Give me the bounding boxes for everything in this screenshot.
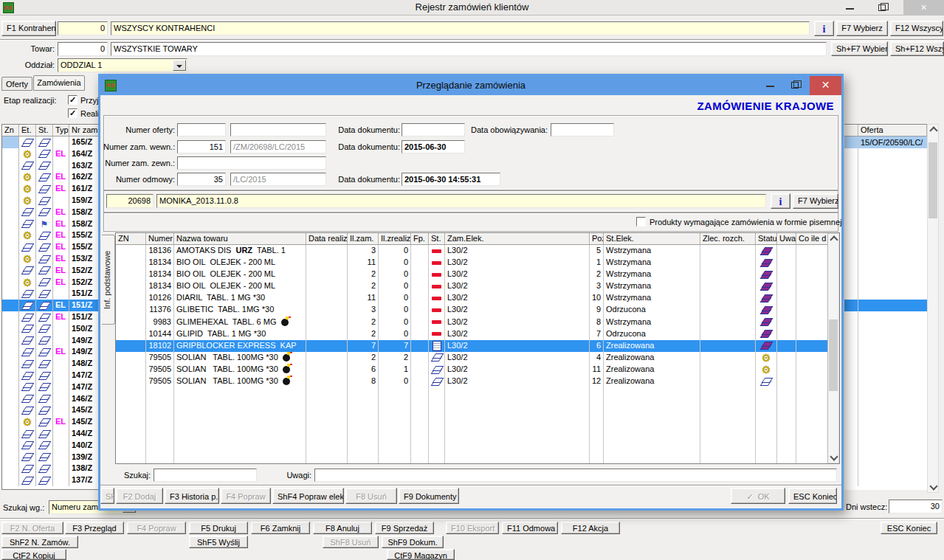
offer-row[interactable] [844, 416, 927, 428]
shf12-wszyst-button[interactable]: Sh+F12 Wszyst [890, 41, 944, 56]
offer-row[interactable] [844, 277, 927, 288]
bottom-button-ctf2-kopiuj[interactable]: CtF2 Kopiuj [1, 549, 66, 560]
offer-row[interactable] [844, 241, 927, 253]
order-row[interactable]: ⚙EL161/Z [2, 183, 105, 195]
f2-dodaj-button[interactable]: F2 Dodaj [116, 488, 163, 504]
bottom-button-shf2-n-zam-w-[interactable]: ShF2 N. Zamów. [1, 536, 78, 548]
bottom-button-f5-drukuj[interactable]: F5 Drukuj [189, 522, 248, 534]
ok-button[interactable]: ✓OK [731, 488, 785, 504]
offer-row[interactable] [844, 195, 927, 207]
data-dokumentu-field-1[interactable] [402, 123, 465, 136]
dialog-uwagi-field[interactable] [314, 469, 837, 482]
f4-popraw-button[interactable]: F4 Popraw [221, 488, 271, 504]
offer-row[interactable]: 15/OF/20590/LC/ [844, 136, 927, 148]
order-row[interactable]: EL151/Z [2, 300, 105, 311]
bottom-button-f10-eksport[interactable]: F10 Eksport [446, 522, 499, 534]
order-row[interactable]: EL158/Z [2, 207, 105, 218]
f7-wybierz-button[interactable]: F7 Wybierz [836, 21, 888, 36]
order-row[interactable]: EL149/Z [2, 346, 105, 358]
towar-name-field[interactable]: WSZYSTKIE TOWARY [111, 42, 827, 56]
items-column-header[interactable]: Nazwa towaru [174, 233, 306, 245]
dialog-szukaj-field[interactable] [154, 469, 257, 482]
shf4-popraw-elek-button[interactable]: ShF4 Popraw elek. [272, 488, 344, 504]
item-row[interactable]: 79505SOLIAN TABL. 100MG *30 22L30/24Zrea… [116, 352, 839, 364]
order-row[interactable]: 148/Z [2, 358, 105, 370]
order-row[interactable]: 149/Z [2, 335, 105, 347]
items-column-header[interactable]: Zlec. rozch. [700, 233, 756, 245]
order-row[interactable]: ⚑EL158/Z [2, 218, 105, 230]
numer-zam-wewn-code-field[interactable]: 151 [177, 140, 226, 153]
order-row[interactable]: ⚙EL155/Z [2, 229, 105, 241]
items-table-scrollbar[interactable] [827, 233, 839, 463]
numer-odmowy-text-field[interactable]: /LC/2015 [230, 173, 326, 186]
offer-row[interactable] [844, 300, 927, 311]
sh-partial-button[interactable]: SH [100, 488, 114, 504]
bottom-button-f2-n-oferta[interactable]: F2 N. Oferta [1, 522, 63, 534]
item-row[interactable]: 18134BIO OIL OLEJEK - 200 ML110L30/21Wst… [116, 257, 839, 269]
order-row[interactable]: 147/Z [2, 370, 105, 381]
f8-usun-button[interactable]: F8 Usuń [345, 488, 397, 504]
items-column-header[interactable]: ZN [116, 233, 146, 245]
items-column-header[interactable]: Numer [146, 233, 174, 245]
oddzial-combobox[interactable]: ODDZIAL 1 [58, 58, 187, 72]
f9-dokumenty-button[interactable]: F9 Dokumenty [399, 488, 459, 504]
order-row[interactable]: 140/Z [2, 440, 105, 452]
offer-row[interactable] [844, 393, 927, 405]
offer-row[interactable] [844, 440, 927, 452]
item-row[interactable]: 18136AMOTAKS DIS URZ TABL. 130L30/25Wstr… [116, 245, 839, 257]
numer-zam-wewn-text-field[interactable]: /ZM/20698/LC/2015 [230, 140, 326, 153]
offer-row[interactable] [844, 428, 927, 440]
order-row[interactable]: 147/Z [2, 381, 105, 393]
items-column-header[interactable]: Poz [590, 233, 604, 245]
order-row[interactable]: 138/Z [2, 463, 105, 474]
tab-oferty[interactable]: Oferty [1, 77, 32, 91]
offer-row[interactable] [844, 288, 927, 300]
offer-row[interactable] [844, 229, 927, 241]
items-column-header[interactable]: Il.zam. [348, 233, 379, 245]
dialog-f7-wybierz-button[interactable]: F7 Wybierz [793, 193, 838, 209]
offer-row[interactable] [844, 358, 927, 370]
offer-row[interactable] [844, 171, 927, 183]
item-row[interactable]: 9983GLIMEHEXAL TABL. 6 MG 20L30/28Wstrzy… [116, 317, 839, 328]
etap-przyjete-checkbox[interactable]: ✓ [68, 95, 77, 105]
offer-row[interactable] [844, 311, 927, 323]
order-row[interactable]: 144/Z [2, 428, 105, 440]
items-column-header[interactable]: Statu [756, 233, 777, 245]
bottom-button-shf8-usu-[interactable]: ShF8 Usuń [323, 536, 379, 548]
dialog-esc-koniec-button[interactable]: ESC Koniec [788, 488, 837, 504]
pisemne-checkbox[interactable] [636, 217, 646, 227]
tab-zamowienia[interactable]: Zamówienia [33, 75, 85, 91]
offer-row[interactable] [844, 265, 927, 277]
offer-row[interactable] [844, 404, 927, 416]
scrollbar-thumb[interactable] [829, 319, 838, 391]
dialog-info-button[interactable]: i [771, 193, 790, 209]
items-column-header[interactable]: St. [429, 233, 445, 245]
order-row[interactable]: ⚙EL162/Z [2, 171, 105, 183]
order-row[interactable]: 146/Z [2, 393, 105, 405]
items-column-header[interactable]: Zam.Elek. [445, 233, 590, 245]
order-row[interactable]: 139/Z [2, 452, 105, 463]
scroll-up-icon[interactable] [929, 126, 937, 134]
items-column-header[interactable]: Il.zrealiz. [379, 233, 411, 245]
order-row[interactable]: 145/Z [2, 404, 105, 416]
column-header-et[interactable]: Et. [19, 125, 36, 136]
items-column-header[interactable]: St.Elek. [604, 233, 700, 245]
offer-row[interactable] [844, 463, 927, 474]
bottom-button-f11-odmowa[interactable]: F11 Odmowa [502, 522, 558, 534]
offer-row[interactable] [844, 207, 927, 218]
offer-row[interactable] [844, 148, 927, 160]
f3-historia-button[interactable]: F3 Historia p. [165, 488, 219, 504]
bottom-button-f6-zamknij[interactable]: F6 Zamknij [251, 522, 310, 534]
offer-row[interactable] [844, 370, 927, 381]
f1-kontrahent-button[interactable]: F1 Kontrahent [1, 21, 56, 36]
contractor-code-field[interactable]: 20698 [106, 194, 154, 208]
f12-wszyscy-button[interactable]: F12 Wszyscy [890, 21, 943, 36]
bottom-button-f3-przegl-d[interactable]: F3 Przegląd [65, 522, 124, 534]
minimize-button[interactable] [846, 8, 854, 10]
numer-zam-zewn-field[interactable] [177, 156, 326, 170]
data-dokumentu-field-2[interactable]: 2015-06-30 [402, 140, 465, 153]
esc-koniec-button[interactable]: ESC Koniec [881, 522, 937, 534]
order-row[interactable]: 137/Z [2, 474, 105, 486]
scroll-down-icon[interactable] [830, 452, 838, 460]
bottom-button-ctf9-magazyn[interactable]: CtF9 Magazyn [387, 549, 455, 560]
